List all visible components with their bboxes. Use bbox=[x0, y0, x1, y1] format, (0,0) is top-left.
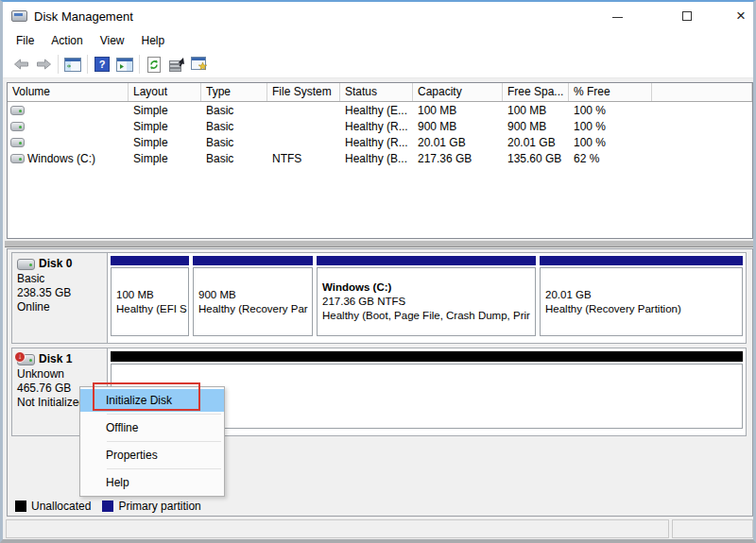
volume-type: Basic bbox=[201, 152, 267, 165]
legend-unallocated: Unallocated bbox=[15, 500, 91, 513]
minimize-button[interactable] bbox=[594, 2, 640, 30]
partition-status: Healthy (Recovery Par bbox=[198, 302, 307, 316]
disk-type: Basic bbox=[17, 272, 105, 286]
pane-splitter[interactable] bbox=[5, 240, 756, 247]
menu-item-help[interactable]: Help bbox=[80, 471, 224, 494]
volume-percent-free: 100 % bbox=[569, 120, 652, 133]
legend-primary-partition: Primary partition bbox=[102, 500, 200, 513]
volume-layout: Simple bbox=[129, 152, 201, 165]
legend: Unallocated Primary partition bbox=[15, 498, 201, 514]
partition-efi[interactable]: 100 MB Healthy (EFI S bbox=[110, 253, 190, 343]
menu-view[interactable]: View bbox=[92, 31, 133, 50]
volume-capacity: 20.01 GB bbox=[413, 136, 503, 149]
help-icon[interactable]: ? bbox=[91, 53, 113, 76]
volume-icon bbox=[10, 138, 25, 147]
column-header-capacity[interactable]: Capacity bbox=[413, 83, 503, 101]
column-header-empty bbox=[652, 83, 752, 101]
legend-label: Unallocated bbox=[31, 500, 91, 513]
disk-type: Unknown bbox=[17, 367, 105, 382]
partition-color-bar bbox=[111, 256, 189, 265]
primary-partition-swatch bbox=[102, 501, 113, 512]
disk-icon bbox=[17, 259, 35, 270]
maximize-button[interactable] bbox=[664, 2, 710, 30]
volume-capacity: 217.36 GB bbox=[413, 152, 503, 165]
partition-status: Healthy (EFI S bbox=[116, 302, 183, 316]
status-bar-section-right bbox=[672, 519, 753, 538]
status-bar-section-left bbox=[6, 519, 669, 538]
annotation-red-box bbox=[93, 382, 200, 411]
volume-row[interactable]: Simple Basic Healthy (R... 20.01 GB 20.0… bbox=[8, 134, 752, 150]
back-icon[interactable] bbox=[9, 53, 32, 76]
svg-text:?: ? bbox=[99, 59, 106, 70]
menu-separator bbox=[107, 414, 221, 415]
menu-item-offline[interactable]: Offline bbox=[80, 416, 224, 439]
volume-list-header: Volume Layout Type File System Status Ca… bbox=[8, 83, 752, 102]
partition-recovery-2[interactable]: 20.01 GB Healthy (Recovery Partition) bbox=[539, 253, 744, 343]
column-header-type[interactable]: Type bbox=[201, 83, 267, 101]
forward-icon[interactable] bbox=[32, 53, 55, 76]
column-header-volume[interactable]: Volume bbox=[8, 83, 129, 101]
disk-management-window: Disk Management × File Action View Help … bbox=[0, 0, 756, 543]
volume-percent-free: 62 % bbox=[569, 152, 652, 165]
volume-percent-free: 100 % bbox=[569, 104, 652, 117]
partition-status: Healthy (Boot, Page File, Crash Dump, Pr… bbox=[322, 309, 530, 323]
refresh-icon[interactable] bbox=[143, 53, 165, 76]
unallocated-color-bar bbox=[111, 351, 743, 362]
title-bar[interactable]: Disk Management bbox=[3, 2, 753, 30]
volume-type: Basic bbox=[201, 104, 267, 117]
disk-0-partitions: 100 MB Healthy (EFI S 900 MB Healthy (Re… bbox=[108, 253, 746, 343]
volume-icon bbox=[10, 106, 25, 115]
partition-color-bar bbox=[193, 256, 313, 265]
volume-type: Basic bbox=[201, 136, 267, 149]
volume-icon bbox=[10, 122, 25, 131]
show-action-pane-icon[interactable] bbox=[113, 53, 136, 76]
volume-row[interactable]: Simple Basic Healthy (R... 900 MB 900 MB… bbox=[8, 118, 752, 134]
column-header-file-system[interactable]: File System bbox=[267, 83, 340, 101]
disk-management-app-icon bbox=[11, 10, 27, 22]
volume-free-space: 20.01 GB bbox=[503, 136, 569, 149]
menu-file[interactable]: File bbox=[8, 31, 43, 50]
minimize-icon bbox=[612, 17, 623, 18]
column-header-layout[interactable]: Layout bbox=[129, 83, 201, 101]
window-title: Disk Management bbox=[34, 9, 133, 24]
volume-free-space: 900 MB bbox=[503, 120, 569, 133]
disk-properties-icon[interactable] bbox=[165, 53, 188, 76]
disk-name: Disk 1 bbox=[39, 352, 72, 366]
volume-status: Healthy (B... bbox=[340, 152, 413, 165]
volume-name: Windows (C:) bbox=[27, 152, 95, 165]
column-header-free-space[interactable]: Free Spa... bbox=[503, 83, 569, 101]
column-header-status[interactable]: Status bbox=[340, 83, 413, 101]
disk-0-label[interactable]: Disk 0 Basic 238.35 GB Online bbox=[12, 253, 108, 343]
volume-icon bbox=[10, 154, 25, 163]
disk-name: Disk 0 bbox=[39, 257, 72, 271]
volume-free-space: 100 MB bbox=[503, 104, 569, 117]
partition-color-bar bbox=[540, 256, 743, 265]
volume-layout: Simple bbox=[129, 120, 201, 133]
partition-capacity: 20.01 GB bbox=[545, 288, 737, 302]
maximize-icon bbox=[682, 11, 692, 21]
partition-windows-c[interactable]: Windows (C:) 217.36 GB NTFS Healthy (Boo… bbox=[316, 253, 537, 343]
partition-color-bar bbox=[317, 256, 536, 265]
column-header-percent-free[interactable]: % Free bbox=[569, 83, 652, 101]
partition-name: Windows (C:) bbox=[322, 280, 530, 295]
toolbar-separator bbox=[139, 55, 140, 74]
partition-capacity: 217.36 GB NTFS bbox=[322, 295, 530, 309]
menu-item-properties[interactable]: Properties bbox=[80, 444, 224, 467]
partition-capacity: 900 MB bbox=[198, 288, 307, 302]
volume-status: Healthy (R... bbox=[340, 136, 413, 149]
show-console-tree-icon[interactable] bbox=[61, 53, 84, 76]
menu-action[interactable]: Action bbox=[43, 31, 91, 50]
partition-recovery-1[interactable]: 900 MB Healthy (Recovery Par bbox=[192, 253, 314, 343]
volume-row[interactable]: Windows (C:) Simple Basic NTFS Healthy (… bbox=[8, 150, 752, 166]
volume-layout: Simple bbox=[129, 104, 201, 117]
partition-capacity: 100 MB bbox=[116, 288, 183, 302]
volume-row[interactable]: Simple Basic Healthy (E... 100 MB 100 MB… bbox=[8, 102, 752, 118]
menu-separator bbox=[107, 468, 221, 469]
volume-list-pane: Volume Layout Type File System Status Ca… bbox=[7, 82, 753, 239]
menu-bar: File Action View Help bbox=[3, 30, 753, 51]
disk-0-row[interactable]: Disk 0 Basic 238.35 GB Online 100 MB Hea… bbox=[11, 252, 747, 344]
menu-help[interactable]: Help bbox=[133, 31, 174, 50]
close-button[interactable]: × bbox=[727, 2, 755, 30]
rescan-disks-icon[interactable] bbox=[188, 53, 211, 76]
toolbar-separator bbox=[58, 55, 59, 74]
